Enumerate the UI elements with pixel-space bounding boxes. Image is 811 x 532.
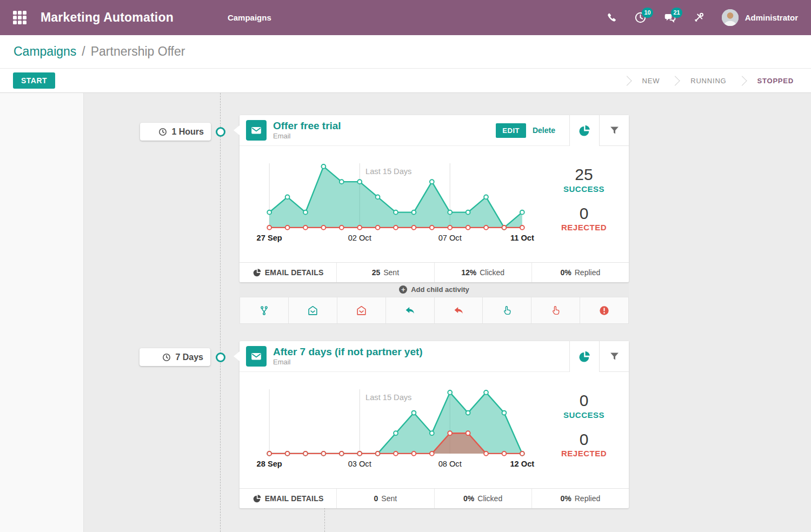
rejected-label: REJECTED [561, 223, 607, 232]
svg-text:07 Oct: 07 Oct [438, 234, 462, 242]
activity-title[interactable]: Offer free trial [273, 120, 341, 132]
card-pointer-arrow [234, 351, 240, 361]
start-button[interactable]: START [13, 72, 55, 89]
activity-card-2: After 7 days (if not partner yet) Email … [240, 341, 629, 508]
activity-header-1: Offer free trial Email EDIT Delete [240, 115, 629, 146]
activity-title[interactable]: After 7 days (if not partner yet) [273, 346, 423, 358]
tab-filter[interactable] [599, 341, 629, 372]
tab-graph[interactable] [569, 115, 599, 146]
add-child-activity-button[interactable]: + Add child activity [240, 282, 629, 297]
workflow-node-dot-1 [216, 127, 225, 137]
timer-clock-icon [158, 128, 167, 136]
not-clicked-icon[interactable] [531, 297, 580, 324]
activity-chart-section-2: Last 15 Days28 Sep03 Oct08 Oct12 Oct 0 S… [240, 372, 629, 488]
pie-chart-icon [578, 350, 591, 363]
email-activity-chart-2: Last 15 Days28 Sep03 Oct08 Oct12 Oct [252, 385, 539, 477]
tab-filter[interactable] [599, 115, 629, 146]
stage-chevron-icon [737, 76, 747, 85]
stat-replied: 0%Replied [531, 263, 629, 282]
stage-chevron-icon [622, 76, 631, 85]
delete-link[interactable]: Delete [533, 126, 555, 135]
rejected-count: 0 [580, 204, 589, 223]
left-rail [0, 93, 84, 532]
child-trigger-icon-row [240, 297, 629, 324]
breadcrumb-current: Partnership Offer [91, 44, 185, 59]
activities-clock-icon[interactable]: 10 [634, 11, 647, 24]
breadcrumb-separator: / [82, 44, 85, 59]
email-activity-chart-1: Last 15 Days27 Sep02 Oct07 Oct11 Oct [252, 159, 539, 251]
messages-count-badge: 21 [671, 8, 682, 18]
plus-icon: + [399, 285, 407, 294]
svg-text:28 Sep: 28 Sep [257, 460, 282, 468]
svg-text:Last 15 Days: Last 15 Days [365, 167, 411, 176]
activity-branch-icon[interactable] [240, 297, 289, 324]
success-label: SUCCESS [563, 410, 604, 420]
clicked-icon[interactable] [482, 297, 531, 324]
top-navbar: Marketing Automation Campaigns 10 21 [0, 0, 811, 35]
stage-new[interactable]: NEW [636, 77, 667, 85]
bounced-icon[interactable] [580, 297, 629, 324]
svg-text:12 Oct: 12 Oct [510, 460, 534, 468]
email-details-toggle[interactable]: EMAIL DETAILS [240, 489, 336, 508]
messages-icon[interactable]: 21 [663, 11, 676, 24]
envelope-icon [250, 350, 262, 362]
svg-text:Last 15 Days: Last 15 Days [365, 393, 411, 402]
stage-chevron-icon [670, 76, 680, 85]
email-details-row-2: EMAIL DETAILS 0Sent 0%Clicked 0%Replied [240, 488, 629, 508]
control-bar: START NEWRUNNINGSTOPPED [0, 69, 811, 93]
apps-menu-icon[interactable] [13, 11, 27, 25]
tools-glyph [693, 12, 704, 23]
app-title[interactable]: Marketing Automation [41, 10, 174, 25]
stage-running[interactable]: RUNNING [684, 77, 733, 85]
details-pie-icon [252, 268, 262, 277]
phone-icon[interactable] [605, 11, 618, 24]
breadcrumb: Campaigns / Partnership Offer [0, 35, 811, 69]
activity-chart-section-1: Last 15 Days27 Sep02 Oct07 Oct11 Oct 25 … [240, 146, 629, 262]
svg-text:11 Oct: 11 Oct [510, 234, 534, 242]
activity-block-1: Offer free trial Email EDIT Delete Last … [240, 115, 629, 324]
activity-card-1: Offer free trial Email EDIT Delete Last … [240, 115, 629, 282]
card-pointer-arrow [234, 125, 240, 135]
avatar-image [722, 9, 739, 26]
activity-stats-2: 0 SUCCESS 0 REJECTED [539, 385, 629, 488]
activity-stats-1: 25 SUCCESS 0 REJECTED [539, 159, 629, 262]
stat-sent: 25Sent [336, 263, 434, 282]
pie-chart-icon [578, 124, 591, 137]
stat-clicked: 12%Clicked [434, 263, 531, 282]
envelope-icon [250, 124, 262, 136]
breadcrumb-campaigns-link[interactable]: Campaigns [14, 44, 76, 59]
filter-icon [609, 125, 620, 136]
not-replied-icon[interactable] [434, 297, 483, 324]
user-avatar[interactable] [722, 9, 739, 26]
email-opened-icon[interactable] [288, 297, 337, 324]
email-not-opened-icon[interactable] [337, 297, 386, 324]
stat-clicked: 0%Clicked [434, 489, 531, 508]
success-count: 25 [575, 165, 593, 184]
tab-graph[interactable] [569, 341, 599, 372]
trigger-badge-1[interactable]: 1 Hours [140, 123, 211, 141]
rejected-label: REJECTED [561, 449, 607, 458]
trigger-badge-2[interactable]: 7 Days [139, 348, 210, 366]
filter-icon [609, 351, 620, 362]
replied-icon[interactable] [385, 297, 435, 324]
user-name[interactable]: Administrator [745, 13, 798, 22]
status-pipeline: NEWRUNNINGSTOPPED [618, 69, 801, 92]
activity-header-2: After 7 days (if not partner yet) Email [240, 341, 629, 372]
stage-stopped[interactable]: STOPPED [751, 77, 801, 85]
email-type-tile [246, 346, 267, 367]
developer-tools-icon[interactable] [693, 11, 706, 24]
rejected-count: 0 [580, 430, 589, 449]
email-details-toggle[interactable]: EMAIL DETAILS [240, 263, 336, 282]
trigger-label: 7 Days [175, 353, 203, 362]
menu-campaigns[interactable]: Campaigns [228, 13, 271, 22]
phone-icon-glyph [606, 12, 617, 23]
workflow-node-dot-2 [216, 353, 225, 362]
activity-type-label: Email [273, 132, 341, 141]
email-type-tile [246, 120, 267, 141]
stat-sent: 0Sent [336, 489, 434, 508]
activity-block-2: After 7 days (if not partner yet) Email … [240, 341, 629, 508]
trigger-label: 1 Hours [171, 127, 204, 137]
edit-button[interactable]: EDIT [496, 123, 526, 138]
svg-text:08 Oct: 08 Oct [438, 460, 462, 468]
activity-type-label: Email [273, 358, 423, 367]
